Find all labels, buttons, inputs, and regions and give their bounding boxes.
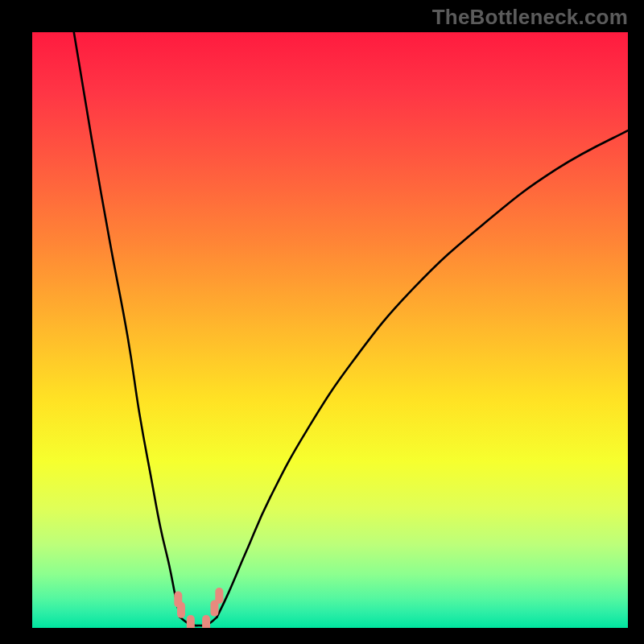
series-left-branch xyxy=(74,32,180,617)
marker-bottom-left xyxy=(187,615,195,628)
plot-area xyxy=(32,32,628,628)
watermark-text: TheBottleneck.com xyxy=(432,5,628,30)
marker-bottom-right xyxy=(202,615,210,628)
marker-left-cluster-mid xyxy=(177,602,185,618)
series-valley xyxy=(180,617,217,625)
marker-group xyxy=(174,588,223,628)
marker-right-cluster-top xyxy=(215,588,223,604)
chart-svg xyxy=(32,32,628,628)
series-group xyxy=(74,32,628,625)
series-right-branch xyxy=(217,130,628,617)
image-frame: TheBottleneck.com xyxy=(0,0,644,644)
